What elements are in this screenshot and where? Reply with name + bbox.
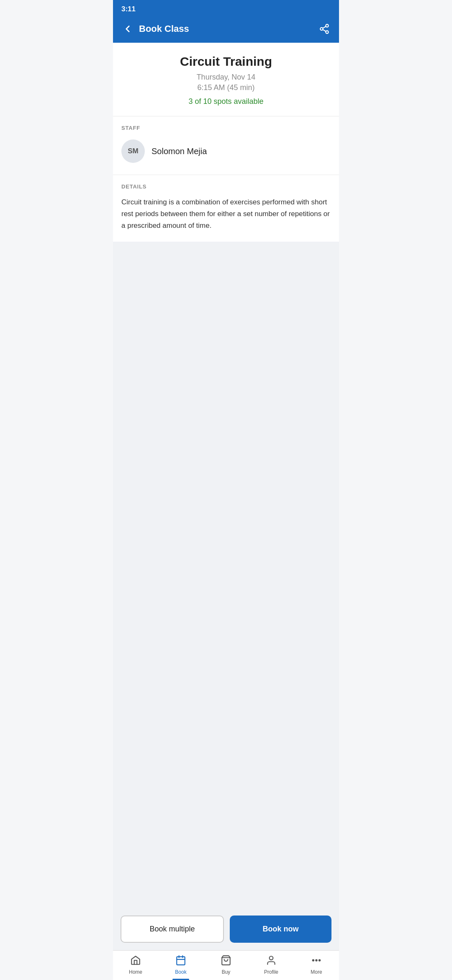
nav-label-buy: Buy [222, 969, 231, 975]
svg-line-4 [323, 26, 326, 28]
class-title: Circuit Training [121, 54, 331, 69]
details-section: DETAILS Circuit training is a combinatio… [113, 175, 339, 242]
class-header: Circuit Training Thursday, Nov 14 6:15 A… [113, 43, 339, 116]
svg-point-10 [270, 956, 273, 960]
status-time: 3:11 [121, 5, 136, 13]
content-spacer [113, 242, 339, 909]
staff-section-label: STAFF [121, 125, 331, 131]
nav-label-more: More [311, 969, 322, 975]
staff-item: SM Solomon Mejia [121, 138, 331, 166]
spots-available: 3 of 10 spots available [121, 97, 331, 106]
app-bar-title: Book Class [139, 23, 189, 34]
details-section-label: DETAILS [121, 183, 331, 190]
staff-section: STAFF SM Solomon Mejia [113, 116, 339, 175]
details-text: Circuit training is a combination of exe… [121, 196, 331, 232]
status-bar: 3:11 [113, 0, 339, 17]
nav-label-home: Home [129, 969, 142, 975]
share-button[interactable] [317, 22, 331, 36]
svg-rect-5 [177, 957, 185, 965]
nav-item-buy[interactable]: Buy [203, 951, 249, 980]
app-bar: Book Class [113, 17, 339, 43]
nav-label-book: Book [175, 969, 186, 975]
share-icon [319, 23, 330, 34]
nav-label-profile: Profile [264, 969, 278, 975]
nav-item-home[interactable]: Home [113, 951, 158, 980]
svg-point-13 [319, 959, 320, 961]
class-date: Thursday, Nov 14 [121, 73, 331, 82]
staff-name: Solomon Mejia [152, 147, 207, 156]
svg-point-11 [313, 959, 314, 961]
book-now-button[interactable]: Book now [230, 916, 331, 943]
action-buttons: Book multiple Book now [113, 909, 339, 950]
back-button[interactable] [121, 22, 135, 36]
nav-item-more[interactable]: More [294, 951, 339, 980]
main-content: Circuit Training Thursday, Nov 14 6:15 A… [113, 43, 339, 980]
home-icon [130, 955, 141, 967]
nav-item-book[interactable]: Book [158, 951, 203, 980]
more-icon [311, 955, 322, 967]
back-icon [122, 23, 133, 34]
bottom-nav: Home Book [113, 950, 339, 980]
book-multiple-button[interactable]: Book multiple [121, 916, 224, 943]
class-time: 6:15 AM (45 min) [121, 83, 331, 92]
svg-line-3 [323, 30, 326, 31]
staff-avatar: SM [121, 139, 145, 163]
app-bar-left: Book Class [121, 22, 189, 36]
svg-point-12 [316, 959, 317, 961]
profile-icon [266, 955, 277, 967]
book-icon [175, 955, 186, 967]
nav-item-profile[interactable]: Profile [249, 951, 294, 980]
buy-icon [221, 955, 231, 967]
